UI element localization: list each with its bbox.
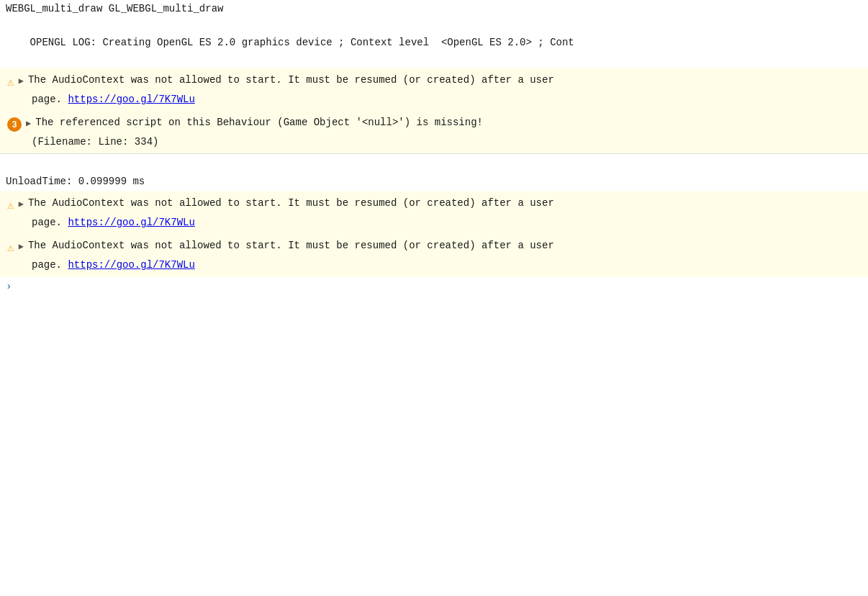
warning-message-3: The AudioContext was not allowed to star…	[28, 240, 861, 251]
error-expand-arrow-1[interactable]: ▶	[26, 118, 31, 129]
opengl-log-text: OPENGL LOG: Creating OpenGL ES 2.0 graph…	[30, 37, 574, 48]
expand-arrow-2[interactable]: ▶	[19, 199, 24, 209]
warning-row-1: ⚠ ▶ The AudioContext was not allowed to …	[6, 71, 862, 92]
console-prompt-line: ›	[0, 276, 868, 297]
warning-icon-1: ⚠	[7, 75, 14, 89]
error-detail-1: (Filename: Line: 334)	[6, 135, 862, 150]
warning-row-3: ⚠ ▶ The AudioContext was not allowed to …	[6, 237, 862, 258]
warning-link-2[interactable]: https://goo.gl/7K7WLu	[68, 217, 194, 228]
warning-row-2: ⚠ ▶ The AudioContext was not allowed to …	[6, 194, 862, 215]
warning-page-link-3: page. https://goo.gl/7K7WLu	[6, 258, 862, 274]
warning-block-2: ⚠ ▶ The AudioContext was not allowed to …	[0, 191, 868, 234]
warning-icon-3: ⚠	[7, 240, 14, 255]
warning-message-2: The AudioContext was not allowed to star…	[28, 197, 861, 209]
warning-link-1[interactable]: https://goo.gl/7K7WLu	[68, 94, 194, 105]
warning-page-link-1: page. https://goo.gl/7K7WLu	[6, 92, 862, 108]
warning-icon-2: ⚠	[7, 198, 14, 212]
error-row-1: 3 ▶ The referenced script on this Behavi…	[6, 114, 862, 135]
warning-message-1: The AudioContext was not allowed to star…	[28, 74, 861, 86]
error-badge-1: 3	[7, 117, 22, 132]
empty-space	[0, 297, 868, 513]
warning-block-3: ⚠ ▶ The AudioContext was not allowed to …	[0, 234, 868, 276]
opengl-log-line: OPENGL LOG: Creating OpenGL ES 2.0 graph…	[0, 17, 868, 68]
expand-arrow-3[interactable]: ▶	[19, 241, 24, 252]
chevron-right-icon[interactable]: ›	[0, 276, 868, 297]
warning-link-3[interactable]: https://goo.gl/7K7WLu	[68, 259, 194, 271]
error-message-1: The referenced script on this Behaviour …	[35, 117, 483, 128]
error-block-1: 3 ▶ The referenced script on this Behavi…	[0, 111, 868, 153]
unload-time-line: UnloadTime: 0.099999 ms	[0, 171, 868, 191]
warning-block-1: ⚠ ▶ The AudioContext was not allowed to …	[0, 68, 868, 111]
webgl-log-line: WEBGL_multi_draw GL_WEBGL_multi_draw	[0, 0, 868, 17]
warning-page-link-2: page. https://goo.gl/7K7WLu	[6, 215, 862, 231]
console-container: WEBGL_multi_draw GL_WEBGL_multi_draw OPE…	[0, 0, 868, 513]
webgl-log-text: WEBGL_multi_draw GL_WEBGL_multi_draw	[6, 3, 223, 14]
divider-line	[0, 153, 868, 171]
expand-arrow-1[interactable]: ▶	[19, 76, 24, 86]
